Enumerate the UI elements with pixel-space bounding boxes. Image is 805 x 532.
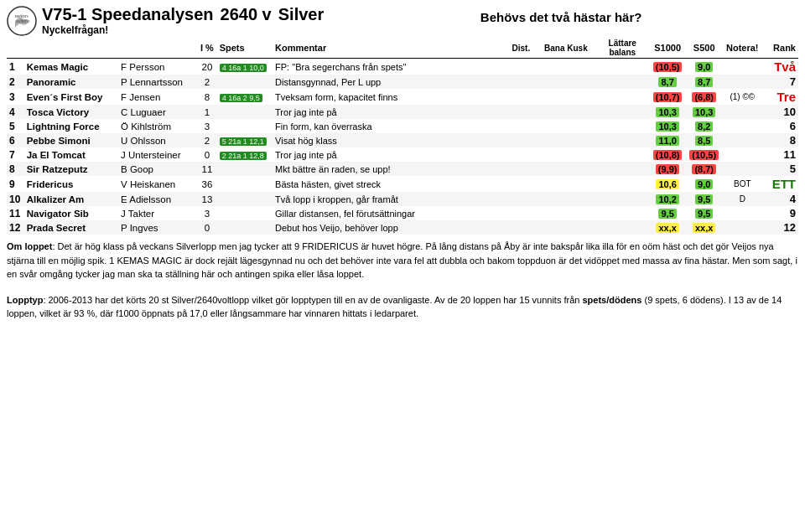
category-label: Silver [278, 5, 324, 24]
horse-spets [217, 75, 273, 89]
horse-jockey: F Jensen [118, 89, 197, 105]
horse-s1000: (10,7) [649, 89, 686, 105]
horse-num: 2 [7, 75, 24, 89]
horse-notera [722, 220, 762, 235]
horse-bana [537, 133, 596, 147]
horse-dist [506, 133, 536, 147]
col-rank: Rank [762, 38, 798, 59]
horse-num: 4 [7, 105, 24, 119]
horse-lattare [595, 133, 649, 147]
logo: ravkon- sulten [7, 6, 37, 36]
horse-bana [537, 59, 596, 75]
horse-dist [506, 89, 536, 105]
horse-rank: 4 [762, 192, 798, 206]
horse-bana [537, 89, 596, 105]
horse-notera: BOT [722, 176, 762, 192]
horse-kommentar: Bästa hästen, givet streck [273, 176, 506, 192]
horse-spets [217, 192, 273, 206]
col-s500: S500 [686, 38, 723, 59]
horse-name: Pebbe Simoni [24, 133, 118, 147]
horse-kommentar: Tror jag inte på [273, 147, 506, 162]
horse-lattare [595, 75, 649, 89]
horse-ipct: 0 [197, 220, 217, 235]
horse-name: Navigator Sib [24, 206, 118, 220]
horse-s500: 10,3 [686, 105, 723, 119]
horse-jockey: F Persson [118, 59, 197, 75]
horse-num: 9 [7, 176, 24, 192]
horse-ipct: 3 [197, 206, 217, 220]
horse-s1000: 8,7 [649, 75, 686, 89]
horse-jockey: Ö Kihlström [118, 119, 197, 133]
col-bana: Bana Kusk [537, 38, 596, 59]
horse-spets [217, 176, 273, 192]
horse-jockey: J Takter [118, 206, 197, 220]
horses-table: I % Spets Kommentar Dist. Bana Kusk Lätt… [7, 38, 798, 235]
col-jockey [118, 38, 197, 59]
horse-jockey: E Adielsson [118, 192, 197, 206]
horse-dist [506, 192, 536, 206]
horse-name: Lightning Force [24, 119, 118, 133]
table-row: 2PanoramicP Lennartsson2Distansgynnad, P… [7, 75, 798, 89]
horse-lattare [595, 59, 649, 75]
horse-spets [217, 220, 273, 235]
page-title: V75-1 Speedanalysen [42, 5, 214, 24]
table-row: 3Even´s First BoyF Jensen84 16a 2 9,5Tve… [7, 89, 798, 105]
horse-lattare [595, 89, 649, 105]
horse-bana [537, 220, 596, 235]
horse-bana [537, 162, 596, 176]
col-num [7, 38, 24, 59]
horse-s1000: (10,5) [649, 59, 686, 75]
horse-kommentar: Fin form, kan överraska [273, 119, 506, 133]
horse-rank: Tre [762, 89, 798, 105]
horse-kommentar: Visat hög klass [273, 133, 506, 147]
horse-ipct: 13 [197, 192, 217, 206]
horse-s1000: 10,2 [649, 192, 686, 206]
horse-notera [722, 206, 762, 220]
horse-notera [722, 75, 762, 89]
horse-s500: 9,0 [686, 176, 723, 192]
horse-s1000: 10,3 [649, 105, 686, 119]
horse-name: Even´s First Boy [24, 89, 118, 105]
voltage-label: 2640 v [221, 5, 272, 24]
horse-jockey: P Lennartsson [118, 75, 197, 89]
horse-dist [506, 119, 536, 133]
horse-s1000: (10,8) [649, 147, 686, 162]
horse-jockey: J Untersteiner [118, 147, 197, 162]
horse-lattare [595, 206, 649, 220]
horse-notera [722, 162, 762, 176]
horse-s500: 9,5 [686, 206, 723, 220]
horse-rank: Två [762, 59, 798, 75]
horse-num: 1 [7, 59, 24, 75]
horse-jockey: U Ohlsson [118, 133, 197, 147]
horse-kommentar: Gillar distansen, fel förutsättningar [273, 206, 506, 220]
horse-s500: 9,0 [686, 59, 723, 75]
horse-lattare [595, 220, 649, 235]
horse-num: 8 [7, 162, 24, 176]
table-row: 11Navigator SibJ Takter3Gillar distansen… [7, 206, 798, 220]
horse-notera [722, 133, 762, 147]
horse-jockey: V Heiskanen [118, 176, 197, 192]
logo-icon: ravkon- sulten [7, 6, 37, 36]
table-row: 8Sir RatzeputzB Goop11Mkt bättre än rade… [7, 162, 798, 176]
horse-dist [506, 59, 536, 75]
horse-s1000: 11,0 [649, 133, 686, 147]
horse-name: Ja El Tomcat [24, 147, 118, 162]
horse-notera [722, 119, 762, 133]
table-row: 12Prada SecretP Ingves0Debut hos Veijo, … [7, 220, 798, 235]
horse-dist [506, 105, 536, 119]
horse-kommentar: Debut hos Veijo, behöver lopp [273, 220, 506, 235]
horse-name: Prada Secret [24, 220, 118, 235]
horse-rank: 8 [762, 133, 798, 147]
behövs-label: Behövs det två hästar här? [324, 10, 798, 24]
horse-s1000: (9,9) [649, 162, 686, 176]
horse-s1000: xx,x [649, 220, 686, 235]
col-lattare: Lättare balans [595, 38, 649, 59]
col-kommentar: Kommentar [273, 38, 506, 59]
horse-kommentar: Två lopp i kroppen, går framåt [273, 192, 506, 206]
horse-s1000: 10,6 [649, 176, 686, 192]
horse-rank: 7 [762, 75, 798, 89]
horse-num: 12 [7, 220, 24, 235]
horse-s1000: 9,5 [649, 206, 686, 220]
horse-jockey: P Ingves [118, 220, 197, 235]
horse-jockey: C Luguaer [118, 105, 197, 119]
